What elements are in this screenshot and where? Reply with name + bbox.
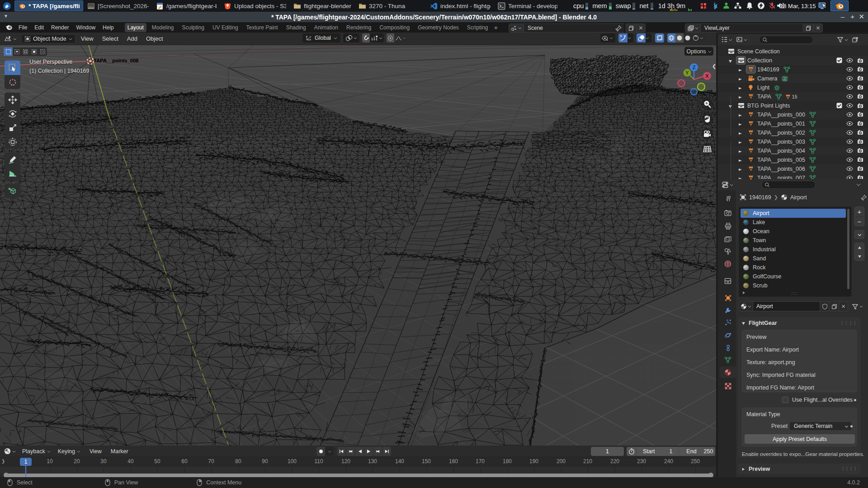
svg-text:Y: Y: [685, 70, 689, 75]
svg-text:X: X: [705, 73, 709, 79]
svg-text:Z: Z: [693, 65, 696, 70]
